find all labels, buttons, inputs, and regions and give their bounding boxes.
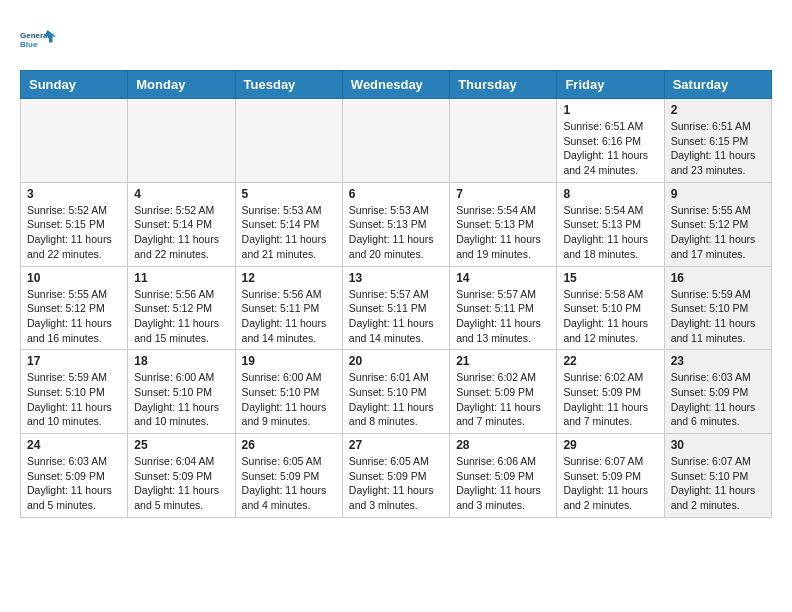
day-info: Sunrise: 6:01 AMSunset: 5:10 PMDaylight:… bbox=[349, 370, 443, 429]
calendar-day-cell: 17Sunrise: 5:59 AMSunset: 5:10 PMDayligh… bbox=[21, 350, 128, 434]
day-number: 13 bbox=[349, 271, 443, 285]
calendar-day-cell: 13Sunrise: 5:57 AMSunset: 5:11 PMDayligh… bbox=[342, 266, 449, 350]
day-info: Sunrise: 6:04 AMSunset: 5:09 PMDaylight:… bbox=[134, 454, 228, 513]
calendar-day-cell: 9Sunrise: 5:55 AMSunset: 5:12 PMDaylight… bbox=[664, 182, 771, 266]
day-info: Sunrise: 6:03 AMSunset: 5:09 PMDaylight:… bbox=[671, 370, 765, 429]
day-number: 1 bbox=[563, 103, 657, 117]
calendar-day-cell: 7Sunrise: 5:54 AMSunset: 5:13 PMDaylight… bbox=[450, 182, 557, 266]
day-info: Sunrise: 6:07 AMSunset: 5:09 PMDaylight:… bbox=[563, 454, 657, 513]
svg-text:Blue: Blue bbox=[20, 40, 38, 49]
calendar-day-cell: 14Sunrise: 5:57 AMSunset: 5:11 PMDayligh… bbox=[450, 266, 557, 350]
calendar-week-row: 24Sunrise: 6:03 AMSunset: 5:09 PMDayligh… bbox=[21, 434, 772, 518]
day-number: 22 bbox=[563, 354, 657, 368]
day-info: Sunrise: 5:59 AMSunset: 5:10 PMDaylight:… bbox=[671, 287, 765, 346]
calendar-table: SundayMondayTuesdayWednesdayThursdayFrid… bbox=[20, 70, 772, 518]
calendar-body: 1Sunrise: 6:51 AMSunset: 6:16 PMDaylight… bbox=[21, 99, 772, 518]
page-header: GeneralBlue bbox=[20, 20, 772, 60]
day-number: 30 bbox=[671, 438, 765, 452]
calendar-day-cell: 24Sunrise: 6:03 AMSunset: 5:09 PMDayligh… bbox=[21, 434, 128, 518]
calendar-day-cell: 22Sunrise: 6:02 AMSunset: 5:09 PMDayligh… bbox=[557, 350, 664, 434]
day-info: Sunrise: 5:53 AMSunset: 5:14 PMDaylight:… bbox=[242, 203, 336, 262]
day-number: 27 bbox=[349, 438, 443, 452]
calendar-day-cell bbox=[450, 99, 557, 183]
day-info: Sunrise: 5:55 AMSunset: 5:12 PMDaylight:… bbox=[671, 203, 765, 262]
weekday-header-cell: Saturday bbox=[664, 71, 771, 99]
day-info: Sunrise: 5:52 AMSunset: 5:15 PMDaylight:… bbox=[27, 203, 121, 262]
calendar-week-row: 10Sunrise: 5:55 AMSunset: 5:12 PMDayligh… bbox=[21, 266, 772, 350]
calendar-day-cell: 28Sunrise: 6:06 AMSunset: 5:09 PMDayligh… bbox=[450, 434, 557, 518]
calendar-day-cell: 20Sunrise: 6:01 AMSunset: 5:10 PMDayligh… bbox=[342, 350, 449, 434]
calendar-day-cell bbox=[342, 99, 449, 183]
weekday-header-cell: Tuesday bbox=[235, 71, 342, 99]
day-info: Sunrise: 5:54 AMSunset: 5:13 PMDaylight:… bbox=[563, 203, 657, 262]
calendar-day-cell: 29Sunrise: 6:07 AMSunset: 5:09 PMDayligh… bbox=[557, 434, 664, 518]
calendar-day-cell: 6Sunrise: 5:53 AMSunset: 5:13 PMDaylight… bbox=[342, 182, 449, 266]
day-info: Sunrise: 5:57 AMSunset: 5:11 PMDaylight:… bbox=[456, 287, 550, 346]
day-number: 5 bbox=[242, 187, 336, 201]
day-info: Sunrise: 6:05 AMSunset: 5:09 PMDaylight:… bbox=[349, 454, 443, 513]
day-number: 29 bbox=[563, 438, 657, 452]
weekday-header-row: SundayMondayTuesdayWednesdayThursdayFrid… bbox=[21, 71, 772, 99]
calendar-day-cell: 16Sunrise: 5:59 AMSunset: 5:10 PMDayligh… bbox=[664, 266, 771, 350]
logo-icon: GeneralBlue bbox=[20, 20, 60, 60]
day-number: 12 bbox=[242, 271, 336, 285]
calendar-day-cell: 30Sunrise: 6:07 AMSunset: 5:10 PMDayligh… bbox=[664, 434, 771, 518]
calendar-day-cell: 3Sunrise: 5:52 AMSunset: 5:15 PMDaylight… bbox=[21, 182, 128, 266]
day-number: 17 bbox=[27, 354, 121, 368]
day-number: 8 bbox=[563, 187, 657, 201]
day-number: 18 bbox=[134, 354, 228, 368]
day-info: Sunrise: 5:53 AMSunset: 5:13 PMDaylight:… bbox=[349, 203, 443, 262]
day-number: 9 bbox=[671, 187, 765, 201]
calendar-day-cell: 15Sunrise: 5:58 AMSunset: 5:10 PMDayligh… bbox=[557, 266, 664, 350]
day-number: 21 bbox=[456, 354, 550, 368]
day-info: Sunrise: 5:58 AMSunset: 5:10 PMDaylight:… bbox=[563, 287, 657, 346]
calendar-day-cell: 25Sunrise: 6:04 AMSunset: 5:09 PMDayligh… bbox=[128, 434, 235, 518]
calendar-day-cell: 23Sunrise: 6:03 AMSunset: 5:09 PMDayligh… bbox=[664, 350, 771, 434]
calendar-day-cell: 26Sunrise: 6:05 AMSunset: 5:09 PMDayligh… bbox=[235, 434, 342, 518]
day-info: Sunrise: 5:56 AMSunset: 5:12 PMDaylight:… bbox=[134, 287, 228, 346]
calendar-week-row: 1Sunrise: 6:51 AMSunset: 6:16 PMDaylight… bbox=[21, 99, 772, 183]
day-number: 7 bbox=[456, 187, 550, 201]
calendar-day-cell bbox=[128, 99, 235, 183]
day-number: 25 bbox=[134, 438, 228, 452]
day-number: 14 bbox=[456, 271, 550, 285]
day-info: Sunrise: 6:02 AMSunset: 5:09 PMDaylight:… bbox=[456, 370, 550, 429]
weekday-header-cell: Wednesday bbox=[342, 71, 449, 99]
calendar-day-cell: 10Sunrise: 5:55 AMSunset: 5:12 PMDayligh… bbox=[21, 266, 128, 350]
day-info: Sunrise: 6:00 AMSunset: 5:10 PMDaylight:… bbox=[134, 370, 228, 429]
day-number: 11 bbox=[134, 271, 228, 285]
calendar-day-cell: 8Sunrise: 5:54 AMSunset: 5:13 PMDaylight… bbox=[557, 182, 664, 266]
day-number: 10 bbox=[27, 271, 121, 285]
calendar-day-cell: 21Sunrise: 6:02 AMSunset: 5:09 PMDayligh… bbox=[450, 350, 557, 434]
weekday-header-cell: Thursday bbox=[450, 71, 557, 99]
day-info: Sunrise: 5:57 AMSunset: 5:11 PMDaylight:… bbox=[349, 287, 443, 346]
logo: GeneralBlue bbox=[20, 20, 64, 60]
calendar-day-cell: 11Sunrise: 5:56 AMSunset: 5:12 PMDayligh… bbox=[128, 266, 235, 350]
day-info: Sunrise: 6:51 AMSunset: 6:16 PMDaylight:… bbox=[563, 119, 657, 178]
day-number: 3 bbox=[27, 187, 121, 201]
day-info: Sunrise: 6:05 AMSunset: 5:09 PMDaylight:… bbox=[242, 454, 336, 513]
calendar-day-cell bbox=[235, 99, 342, 183]
day-number: 6 bbox=[349, 187, 443, 201]
day-number: 4 bbox=[134, 187, 228, 201]
weekday-header-cell: Monday bbox=[128, 71, 235, 99]
calendar-week-row: 3Sunrise: 5:52 AMSunset: 5:15 PMDaylight… bbox=[21, 182, 772, 266]
calendar-day-cell: 2Sunrise: 6:51 AMSunset: 6:15 PMDaylight… bbox=[664, 99, 771, 183]
calendar-day-cell bbox=[21, 99, 128, 183]
day-number: 23 bbox=[671, 354, 765, 368]
day-info: Sunrise: 6:51 AMSunset: 6:15 PMDaylight:… bbox=[671, 119, 765, 178]
weekday-header-cell: Friday bbox=[557, 71, 664, 99]
day-info: Sunrise: 5:55 AMSunset: 5:12 PMDaylight:… bbox=[27, 287, 121, 346]
day-info: Sunrise: 5:59 AMSunset: 5:10 PMDaylight:… bbox=[27, 370, 121, 429]
day-number: 26 bbox=[242, 438, 336, 452]
calendar-day-cell: 5Sunrise: 5:53 AMSunset: 5:14 PMDaylight… bbox=[235, 182, 342, 266]
day-info: Sunrise: 5:52 AMSunset: 5:14 PMDaylight:… bbox=[134, 203, 228, 262]
weekday-header-cell: Sunday bbox=[21, 71, 128, 99]
day-number: 24 bbox=[27, 438, 121, 452]
day-info: Sunrise: 6:02 AMSunset: 5:09 PMDaylight:… bbox=[563, 370, 657, 429]
calendar-day-cell: 19Sunrise: 6:00 AMSunset: 5:10 PMDayligh… bbox=[235, 350, 342, 434]
day-info: Sunrise: 6:07 AMSunset: 5:10 PMDaylight:… bbox=[671, 454, 765, 513]
day-number: 20 bbox=[349, 354, 443, 368]
calendar-day-cell: 27Sunrise: 6:05 AMSunset: 5:09 PMDayligh… bbox=[342, 434, 449, 518]
day-info: Sunrise: 5:54 AMSunset: 5:13 PMDaylight:… bbox=[456, 203, 550, 262]
